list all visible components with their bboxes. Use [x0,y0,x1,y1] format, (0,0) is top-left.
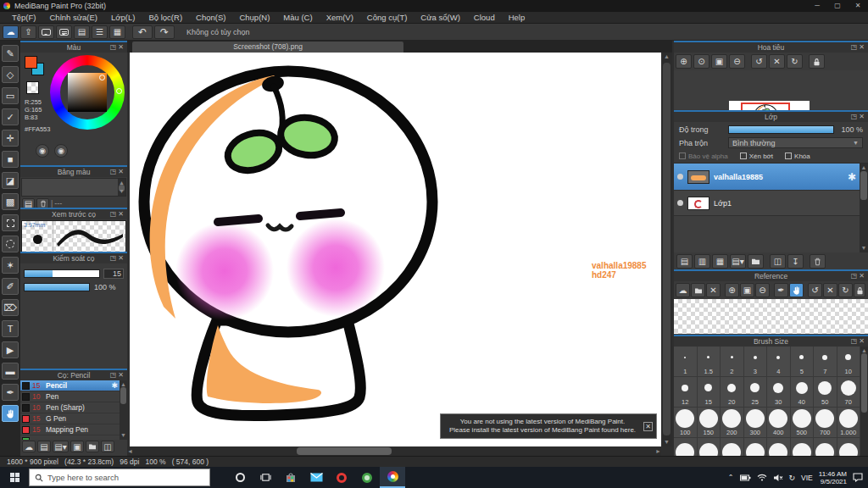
menu-item[interactable]: Xem(V) [320,12,360,24]
palette-add-icon[interactable]: ◉ [54,144,68,158]
redo-icon[interactable]: ↷ [154,25,175,39]
rotate-cw-icon[interactable]: ↻ [787,54,803,69]
zoom-in-icon[interactable]: ⊕ [676,54,692,69]
popout-icon[interactable]: ◳ [851,337,860,345]
brush-size-cell[interactable]: 1.000 [837,408,861,438]
palette-scrollbar[interactable]: ▲▼ [118,179,125,196]
brush-size-cell[interactable] [744,438,768,456]
zoom-in-icon[interactable]: ⊕ [725,283,739,297]
menu-item[interactable]: Bộ lọc(R) [142,12,189,24]
gradient-tool[interactable]: ▩ [2,193,19,210]
select-eraser-tool[interactable]: ⌦ [2,299,19,316]
close-icon[interactable]: ✕ [859,337,866,345]
comment-icon[interactable] [38,25,54,39]
brush-size-cell[interactable]: 25 [744,377,768,408]
brush-size-cell[interactable]: 10 [837,347,861,377]
rect-select-tool[interactable]: ▭ [2,87,19,104]
update-tray-icon[interactable]: ↻ [789,474,796,482]
layer-scrollbar[interactable]: ▲▼ [860,164,868,252]
brush-opacity-slider[interactable] [24,283,90,291]
cloud-icon[interactable]: ☁ [676,283,690,297]
menu-item[interactable]: Công cụ(T) [360,12,415,24]
coccoc-icon[interactable] [354,467,380,488]
brush-size-cell[interactable]: 400 [767,408,791,438]
zoom-out-icon[interactable]: ⊖ [729,54,745,69]
duplicate-brush-icon[interactable]: ◫ [101,441,114,452]
blend-select[interactable]: Bình thường ▼ [728,137,863,148]
taskbar-search[interactable]: Type here to search [29,469,210,486]
select-pen-tool[interactable]: ✐ [2,278,19,295]
close-button[interactable]: ✕ [848,0,868,12]
brush-size-cell[interactable] [814,438,837,456]
undo-icon[interactable]: ↶ [132,25,153,39]
brush-size-cell[interactable]: 12 [674,377,698,408]
shape-tool[interactable]: ■ [2,151,19,168]
canvas-hscrollbar[interactable]: ◄► [127,446,661,456]
lock-icon[interactable] [854,283,865,297]
list-icon[interactable]: ☰ [92,25,108,39]
brush-size-cell[interactable]: 40 [791,377,815,408]
minimize-button[interactable]: ─ [807,0,827,12]
popout-icon[interactable]: ◳ [851,113,860,120]
brush-size-cell[interactable]: 150 [698,408,721,438]
brush-cloud-icon[interactable]: ☁ [22,441,36,452]
brush-size-cell[interactable]: 300 [744,408,768,438]
fit-icon[interactable]: ▣ [740,283,754,297]
brush-row[interactable]: ✱ [20,435,120,440]
brush-size-cell[interactable]: 15 [698,377,721,408]
add-brush-menu-icon[interactable]: ▤▾ [53,441,69,452]
menu-item[interactable]: Cửa sổ(W) [414,12,466,24]
notice-close-icon[interactable]: ✕ [643,422,653,431]
document-icon[interactable]: ▤ [74,25,90,39]
store-icon[interactable] [278,467,303,488]
brush-size-cell[interactable] [837,438,861,456]
bucket-tool[interactable]: ◪ [2,172,19,189]
menu-item[interactable]: Tệp(F) [5,12,43,24]
brush-size-cell[interactable]: 30 [767,377,791,408]
grid-icon[interactable]: ▦ [109,25,125,39]
fit-icon[interactable]: ▣ [711,54,727,69]
marquee-tool[interactable] [2,214,19,231]
cortana-icon[interactable] [227,467,253,488]
medibang-app-icon[interactable] [380,467,405,488]
brush-size-cell[interactable]: 2 [721,347,744,377]
folder-icon[interactable] [691,283,705,297]
brush-size-cell[interactable]: 4 [767,347,791,377]
start-button[interactable] [0,467,29,488]
duplicate-layer-icon[interactable]: ◫ [770,254,786,269]
edit-brush-icon[interactable]: ▣ [70,441,84,452]
polyline-tool[interactable]: ✓ [2,108,19,125]
brush-size-cell[interactable]: 1 [674,347,698,377]
brush-row[interactable]: 15 Pencil ✱ [20,380,120,391]
menu-item[interactable]: Chọn(S) [189,12,232,24]
folder-icon[interactable] [748,254,764,269]
opera-icon[interactable] [329,467,354,488]
close-icon[interactable]: ✕ [118,168,125,175]
eyedropper-tool[interactable]: ✒ [2,384,19,401]
lock-checkbox[interactable]: Khóa [785,152,810,160]
new-1bit-layer-icon[interactable]: ▦ [712,254,728,269]
brush-row[interactable]: 15 Mapping Pen ✱ [20,424,120,435]
brush-size-cell[interactable] [674,438,698,456]
speaker-muted-icon[interactable] [773,474,783,482]
brush-size-cell[interactable]: 70 [837,377,861,408]
popout-icon[interactable]: ◳ [110,168,119,175]
foreground-swatch[interactable] [25,56,37,69]
layer-visibility-icon[interactable] [677,200,683,206]
popout-icon[interactable]: ◳ [110,43,119,51]
new-layer-icon[interactable]: ▤ [676,254,693,269]
close-icon[interactable]: ✕ [859,43,866,51]
brush-size-cell[interactable]: 100 [674,408,698,438]
close-icon[interactable]: ✕ [118,254,125,262]
layer-row[interactable]: Lớp1 [674,191,860,216]
merge-down-icon[interactable]: ↧ [787,254,804,269]
eraser-tool[interactable]: ◇ [2,66,19,83]
upload-icon[interactable]: ⇪ [20,25,36,39]
zoom-icon[interactable]: ⊙ [693,54,709,69]
menu-item[interactable]: Help [502,12,532,24]
close-icon[interactable]: ✕ [859,272,866,280]
zoom-out-icon[interactable]: ⊖ [755,283,770,297]
delete-layer-icon[interactable] [810,254,826,269]
magic-wand-tool[interactable]: ✶ [2,257,19,274]
convert-layer-icon[interactable]: ▤▾ [730,254,746,269]
